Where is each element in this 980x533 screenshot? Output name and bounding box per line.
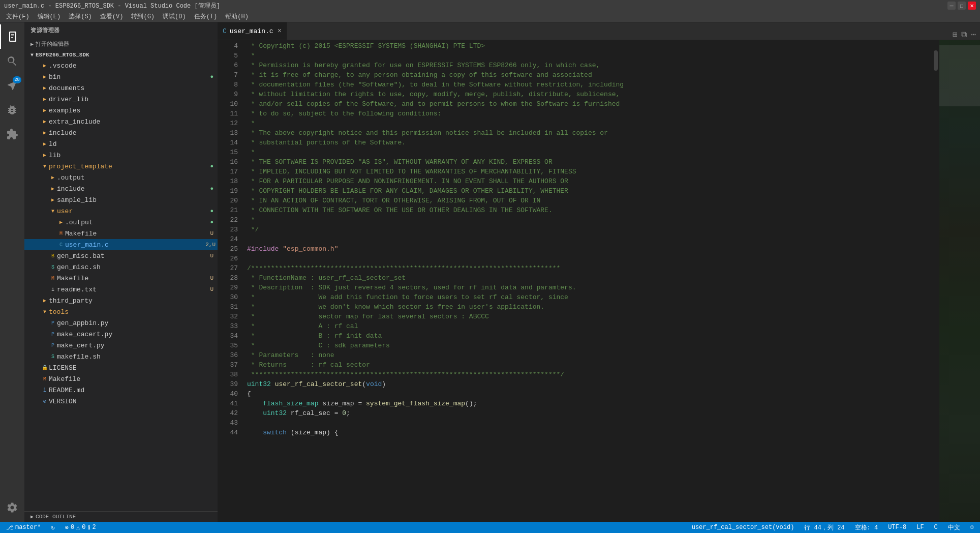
code-line: */ [247, 225, 932, 234]
minimize-button[interactable]: ─ [947, 2, 956, 10]
tree-label: user_main.c [65, 241, 205, 249]
minimap-viewport [939, 45, 980, 106]
code-outline-header[interactable]: ▶ CODE OUTLINE [24, 511, 218, 522]
tree-item-extra-include[interactable]: ▶ extra_include [24, 116, 218, 127]
folder-icon: ▶ [49, 197, 57, 203]
status-left: ⎇ master* ↻ ⊗ 0 ⚠ 0 ℹ 2 [4, 524, 98, 531]
tree-item-user-main-c[interactable]: C user_main.c 2,U [24, 239, 218, 250]
tree-item-driver-lib[interactable]: ▶ driver_lib [24, 94, 218, 105]
folder-icon: ▶ [41, 130, 49, 136]
tree-item-third-party[interactable]: ▶ third_party [24, 295, 218, 306]
status-branch[interactable]: ⎇ master* [4, 524, 43, 531]
tree-item-makefile-root[interactable]: M Makefile [24, 373, 218, 384]
tree-item-vscode[interactable]: ▶ .vscode [24, 60, 218, 71]
project-label: ESP8266_RTOS_SDK [36, 52, 89, 58]
tree-item-makefile-sh[interactable]: S makefile.sh [24, 351, 218, 362]
search-icon[interactable] [0, 49, 24, 73]
settings-icon[interactable] [0, 495, 24, 520]
open-editors-label: 打开的编辑器 [36, 40, 69, 48]
scrollbar-thumb[interactable] [934, 50, 938, 71]
status-sync[interactable]: ↻ [49, 524, 56, 531]
explorer-icon[interactable] [0, 24, 24, 49]
txt-icon: i [49, 287, 57, 292]
menu-goto[interactable]: 转到(G) [127, 11, 159, 22]
code-line: * Description : SDK just reversed 4 sect… [247, 283, 932, 292]
file-tree: ▶ .vscode ▶ bin ● ▶ documents ▶ driver_l… [24, 60, 218, 511]
code-line: /***************************************… [247, 263, 932, 273]
menu-edit[interactable]: 编辑(E) [34, 11, 65, 22]
code-line: * we don't know which sector is free in … [247, 302, 932, 312]
tree-label: documents [49, 84, 218, 92]
close-button[interactable]: ✕ [968, 2, 976, 10]
split-editor-icon[interactable]: ⧉ [961, 30, 967, 40]
debug-icon[interactable] [0, 98, 24, 122]
tree-item-tools[interactable]: ▼ tools [24, 306, 218, 317]
tree-item-gen-misc-sh[interactable]: S gen_misc.sh [24, 261, 218, 273]
tree-item-lib[interactable]: ▶ lib [24, 150, 218, 161]
editor-tab-user-main-c[interactable]: C user_main.c × [218, 22, 287, 40]
tree-item-gen-misc-bat[interactable]: B gen_misc.bat U [24, 250, 218, 261]
tree-item-make-cacert[interactable]: P make_cacert.py [24, 329, 218, 340]
tree-item-include[interactable]: ▶ include [24, 127, 218, 138]
project-header[interactable]: ▼ ESP8266_RTOS_SDK [24, 50, 218, 60]
status-position[interactable]: 行 44，列 24 [802, 523, 846, 532]
more-actions-icon[interactable]: ⋯ [971, 29, 976, 40]
source-control-icon[interactable]: 28 [0, 73, 24, 98]
code-line: * FOR A PARTICULAR PURPOSE AND NONINFRIN… [247, 176, 932, 186]
tree-item-output-l3[interactable]: ▶ .output ● [24, 217, 218, 228]
tree-item-version[interactable]: ⊙ VERSION [24, 396, 218, 407]
folder-icon: ▶ [49, 174, 57, 181]
tree-item-bin[interactable]: ▶ bin ● [24, 71, 218, 82]
py-icon: P [49, 343, 57, 348]
status-encoding[interactable]: UTF-8 [886, 524, 908, 531]
status-function[interactable]: user_rf_cal_sector_set(void) [690, 524, 797, 531]
tree-item-include-l2[interactable]: ▶ include ● [24, 183, 218, 194]
tree-label: .output [57, 174, 218, 182]
tree-item-makefile-l3[interactable]: M Makefile U [24, 228, 218, 239]
tree-item-examples[interactable]: ▶ examples [24, 105, 218, 116]
project-chevron: ▼ [30, 52, 34, 58]
tree-item-makefile-l2[interactable]: M Makefile U [24, 273, 218, 284]
tree-item-documents[interactable]: ▶ documents [24, 82, 218, 94]
tree-item-readme-txt[interactable]: i readme.txt U [24, 284, 218, 295]
folder-icon: ▶ [41, 96, 49, 102]
tree-item-user[interactable]: ▼ user ● [24, 205, 218, 217]
menu-file[interactable]: 文件(F) [2, 11, 34, 22]
menu-help[interactable]: 帮助(H) [221, 11, 253, 22]
tree-label: makefile.sh [57, 353, 218, 361]
status-language[interactable]: C [932, 524, 940, 531]
tree-badge: ● [210, 219, 213, 225]
open-editors-header[interactable]: ▶ 打开的编辑器 [24, 38, 218, 50]
status-errors[interactable]: ⊗ 0 ⚠ 0 ℹ 2 [63, 524, 98, 531]
tree-item-readme-md[interactable]: i README.md [24, 384, 218, 396]
status-spaces[interactable]: 空格: 4 [853, 523, 880, 532]
editor-area: C user_main.c × ⊞ ⧉ ⋯ 45678910 111213141… [218, 22, 980, 522]
editor-layout-icon[interactable]: ⊞ [953, 29, 958, 40]
code-line: uint32 user_rf_cal_sector_set(void) [247, 379, 932, 389]
tree-item-ld[interactable]: ▶ ld [24, 138, 218, 150]
tab-close-button[interactable]: × [278, 27, 282, 35]
minimap[interactable] [939, 40, 980, 522]
menu-view[interactable]: 查看(V) [96, 11, 128, 22]
status-locale[interactable]: 中文 [946, 523, 962, 532]
extensions-icon[interactable] [0, 122, 24, 146]
status-feedback[interactable]: ☺ [968, 524, 976, 531]
menu-select[interactable]: 选择(S) [65, 11, 96, 22]
menu-task[interactable]: 任务(T) [190, 11, 222, 22]
vertical-scrollbar[interactable] [932, 40, 939, 522]
sidebar-header: 资源管理器 [24, 22, 218, 38]
tab-file-icon: C [223, 27, 227, 35]
tree-item-project-template[interactable]: ▼ project_template ● [24, 161, 218, 172]
status-eol[interactable]: LF [914, 524, 926, 531]
code-line: * Copyright (c) 2015 <ESPRESSIF SYSTEMS … [247, 41, 932, 51]
tree-item-license[interactable]: 🔒 LICENSE [24, 362, 218, 373]
tree-item-gen-appbin[interactable]: P gen_appbin.py [24, 317, 218, 329]
tree-item-output[interactable]: ▶ .output [24, 172, 218, 183]
code-editor[interactable]: * Copyright (c) 2015 <ESPRESSIF SYSTEMS … [243, 40, 932, 522]
maximize-button[interactable]: □ [958, 2, 966, 10]
menu-debug[interactable]: 调试(D) [159, 11, 190, 22]
tree-item-sample-lib[interactable]: ▶ sample_lib [24, 194, 218, 205]
tree-item-make-cert[interactable]: P make_cert.py [24, 340, 218, 351]
py-icon: P [49, 320, 57, 326]
code-line: * it is free of charge, to any person ob… [247, 70, 932, 80]
